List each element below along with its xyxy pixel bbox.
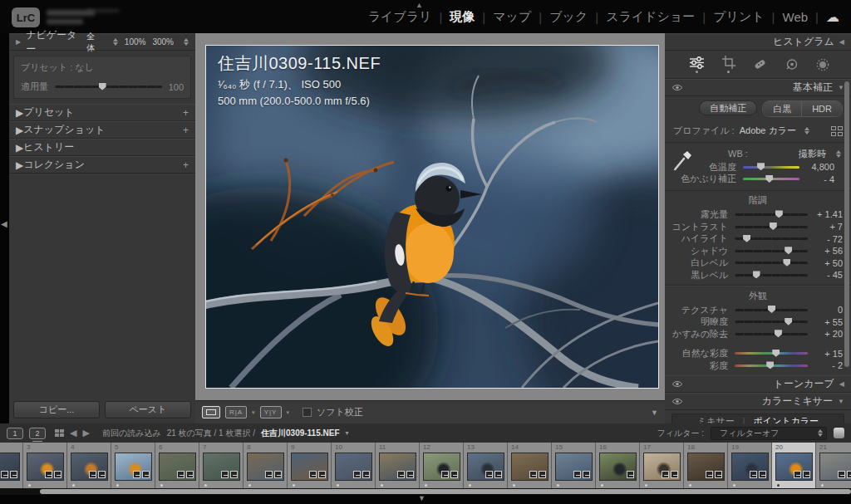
before-after-lr-icon[interactable]: R|A: [225, 406, 247, 418]
previous-photo-arrow[interactable]: ◀: [70, 428, 76, 438]
adjustment-badge-icon[interactable]: [450, 471, 458, 478]
loupe-view-icon[interactable]: [202, 406, 220, 418]
filmstrip-cell-10[interactable]: 10: [332, 443, 376, 488]
thumbnail[interactable]: [291, 453, 328, 481]
left-collapse-arrow[interactable]: ◀: [1, 219, 7, 228]
slider-track[interactable]: [735, 226, 808, 228]
filmstrip-cell-5[interactable]: 5: [111, 443, 155, 488]
paste-button[interactable]: ペースト: [105, 401, 191, 418]
filmstrip-cell-14[interactable]: 14: [508, 443, 552, 488]
collapse-down-triangle-icon[interactable]: ▼: [838, 398, 844, 405]
thumbnail[interactable]: [599, 453, 637, 481]
color-mixer-header[interactable]: カラーミキサー ▼: [665, 393, 851, 410]
left-panel-collapse-strip[interactable]: ◀: [0, 33, 9, 423]
profile-value[interactable]: Adobe カラー: [740, 125, 796, 137]
add-plus-icon[interactable]: +: [183, 107, 189, 119]
filter-toggle-icon[interactable]: [834, 428, 844, 438]
crop-badge-icon[interactable]: [133, 471, 140, 478]
slider-thumb[interactable]: [775, 210, 783, 218]
filmstrip-cell-2[interactable]: 2: [0, 443, 23, 488]
basic-panel-header[interactable]: 基本補正 ▼: [665, 79, 851, 96]
slider-thumb[interactable]: [775, 330, 782, 337]
adjustment-badge-icon[interactable]: [318, 471, 326, 478]
expand-triangle-icon[interactable]: ▶: [16, 38, 21, 46]
crop-badge-icon[interactable]: [662, 471, 669, 478]
thumbnail[interactable]: [159, 453, 196, 481]
adjustment-badge-icon[interactable]: [759, 471, 766, 478]
collapse-down-triangle-icon[interactable]: ▼: [838, 84, 844, 91]
slider-thumb[interactable]: [772, 350, 780, 357]
filmstrip-cell-18[interactable]: 18: [684, 443, 728, 488]
filmstrip-cell-12[interactable]: 12: [420, 443, 464, 488]
slider-thumb[interactable]: [785, 247, 792, 254]
left-section-ヒストリー[interactable]: ▶ヒストリー: [9, 139, 195, 156]
copy-button[interactable]: コピー...: [13, 401, 100, 418]
adjustment-badge-icon[interactable]: [671, 471, 678, 478]
slider-thumb[interactable]: [768, 306, 775, 313]
histogram-header[interactable]: ヒストグラム ◀: [665, 33, 851, 51]
adjustment-badge-icon[interactable]: [627, 471, 634, 478]
left-section-スナップショット[interactable]: ▶スナップショット+: [9, 121, 195, 139]
wb-eyedropper-icon[interactable]: [673, 149, 695, 171]
filmstrip-cell-13[interactable]: 13: [464, 443, 508, 488]
filmstrip-cell-9[interactable]: 9: [288, 443, 332, 488]
wb-value[interactable]: 撮影時: [799, 148, 826, 160]
add-plus-icon[interactable]: +: [183, 159, 189, 171]
crop-badge-icon[interactable]: [750, 471, 757, 478]
adjustment-badge-icon[interactable]: [362, 471, 370, 478]
auto-button[interactable]: 自動補正: [699, 100, 757, 115]
crop-badge-icon[interactable]: [177, 471, 184, 478]
crop-badge-icon[interactable]: [485, 471, 493, 478]
second-window-button[interactable]: 2: [29, 428, 46, 439]
filmstrip-cell-7[interactable]: 7: [199, 443, 243, 488]
photo-canvas[interactable]: 住吉川0309-115.NEF ¹⁄₆₄₀ 秒 (f / 7.1)、 ISO 5…: [206, 46, 658, 388]
thumbnail[interactable]: [115, 453, 152, 481]
filmstrip-cell-8[interactable]: 8: [243, 443, 288, 488]
masking-tool-icon[interactable]: [816, 58, 829, 71]
zoom-100-option[interactable]: 100%: [125, 37, 146, 46]
crop-badge-icon[interactable]: [441, 471, 449, 478]
profile-stepper-icon[interactable]: [804, 127, 809, 135]
slider-thumb[interactable]: [765, 175, 773, 183]
thumbnail[interactable]: [335, 453, 372, 481]
zoom-fit-option[interactable]: 全体: [86, 31, 103, 54]
tone-curve-header[interactable]: トーンカーブ ◀: [665, 375, 851, 393]
next-photo-arrow[interactable]: ▶: [82, 428, 89, 438]
adjustment-badge-icon[interactable]: [54, 471, 61, 478]
slider-thumb[interactable]: [757, 163, 765, 170]
slider-track[interactable]: [743, 178, 799, 180]
main-window-button[interactable]: 1: [7, 428, 23, 439]
hdr-button[interactable]: HDR: [801, 101, 842, 116]
split-dropdown-icon[interactable]: ▾: [287, 409, 290, 416]
thumbnail[interactable]: [71, 453, 108, 481]
crop-badge-icon[interactable]: [309, 471, 317, 478]
thumbnail[interactable]: [0, 453, 20, 481]
grid-view-icon[interactable]: [55, 429, 64, 437]
crop-badge-icon[interactable]: [1, 471, 8, 478]
source-label[interactable]: 前回の読み込み: [102, 428, 161, 439]
crop-badge-icon[interactable]: [573, 471, 581, 478]
adjustment-badge-icon[interactable]: [494, 471, 502, 478]
module-tab[interactable]: ブック: [549, 9, 588, 25]
crop-badge-icon[interactable]: [397, 471, 405, 478]
filmstrip-cell-6[interactable]: 6: [155, 443, 199, 488]
left-section-コレクション[interactable]: ▶コレクション+: [9, 156, 195, 174]
panel-switch-eye-icon[interactable]: [671, 380, 683, 388]
crop-badge-icon[interactable]: [45, 471, 52, 478]
crop-badge-icon[interactable]: [353, 471, 361, 478]
amount-slider-thumb[interactable]: [99, 83, 106, 91]
slider-track[interactable]: [735, 365, 808, 367]
slider-thumb[interactable]: [783, 259, 790, 267]
adjustment-badge-icon[interactable]: [10, 471, 17, 478]
softproof-checkbox[interactable]: [303, 408, 312, 417]
slider-thumb[interactable]: [766, 361, 774, 369]
thumbnail[interactable]: [423, 453, 460, 481]
thumbnail[interactable]: [511, 453, 548, 481]
adjustment-badge-icon[interactable]: [539, 471, 546, 478]
left-section-プリセット[interactable]: ▶プリセット+: [9, 104, 195, 121]
bottom-panel-collapse-arrow[interactable]: ▼: [418, 494, 426, 502]
thumbnail[interactable]: [643, 453, 681, 481]
panel-switch-eye-icon[interactable]: [671, 398, 683, 405]
slider-track[interactable]: [735, 250, 808, 252]
filmstrip-scrollbar-track[interactable]: [0, 488, 851, 495]
